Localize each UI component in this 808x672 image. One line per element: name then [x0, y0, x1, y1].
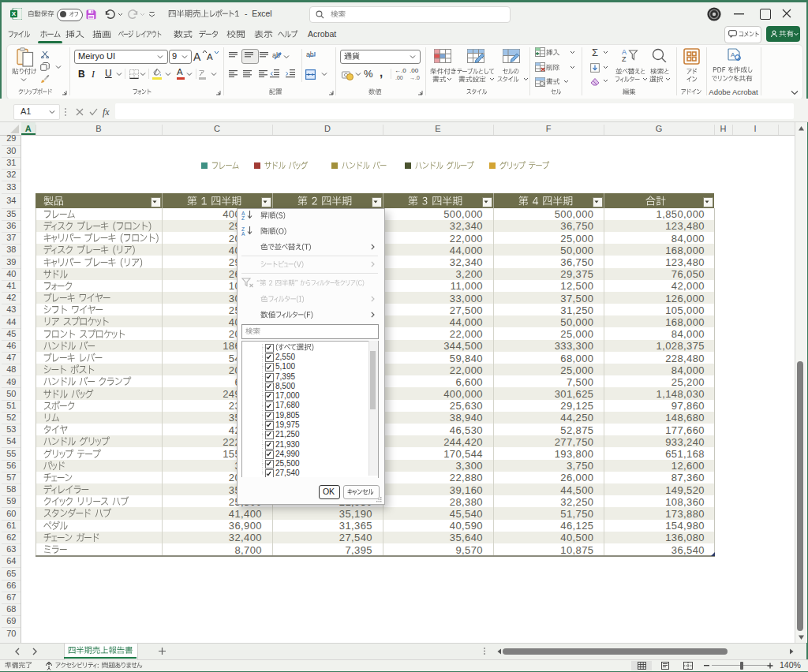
- svg-text:Z: Z: [622, 55, 627, 62]
- svg-text:Z: Z: [241, 215, 245, 220]
- svg-text:A: A: [241, 231, 245, 236]
- svg-text:X: X: [12, 10, 17, 17]
